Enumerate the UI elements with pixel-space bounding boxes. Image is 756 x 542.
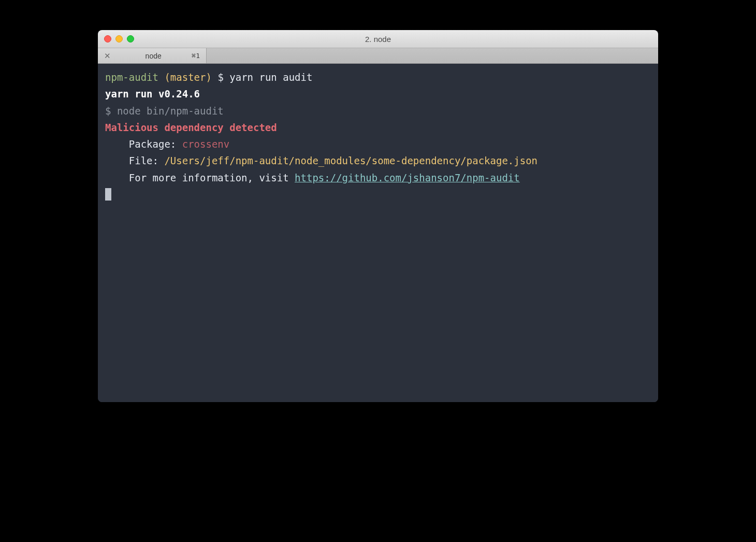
titlebar[interactable]: 2. node — [98, 30, 658, 48]
tab-shortcut: ⌘1 — [192, 52, 200, 60]
file-label: File: — [129, 155, 165, 166]
tab-label: node — [115, 52, 192, 60]
package-label: Package: — [129, 138, 182, 150]
info-url-link[interactable]: https://github.com/jshanson7/npm-audit — [295, 172, 520, 183]
sub-command: node bin/npm-audit — [117, 105, 224, 117]
alert-heading: Malicious dependency detected — [105, 122, 277, 133]
terminal-body[interactable]: npm-audit (master) $ yarn run audit yarn… — [98, 64, 658, 402]
minimize-window-button[interactable] — [115, 35, 123, 42]
window-title: 2. node — [98, 35, 658, 44]
tab-close-icon[interactable]: ✕ — [104, 52, 111, 60]
prompt-branch: (master) — [164, 72, 212, 83]
command-text: yarn run audit — [229, 72, 312, 83]
indent — [105, 138, 129, 150]
prompt-repo: npm-audit — [105, 72, 158, 83]
close-window-button[interactable] — [104, 35, 111, 42]
package-name: crossenv — [182, 138, 230, 150]
indent — [105, 172, 129, 183]
info-label: For more information, visit — [129, 172, 295, 183]
maximize-window-button[interactable] — [127, 35, 134, 42]
tabbar: ✕ node ⌘1 — [98, 48, 658, 64]
file-path: /Users/jeff/npm-audit/node_modules/some-… — [164, 155, 537, 166]
yarn-version-line: yarn run v0.24.6 — [105, 88, 200, 99]
terminal-window: 2. node ✕ node ⌘1 npm-audit (master) $ y… — [98, 30, 658, 402]
indent — [105, 155, 129, 166]
tab-node[interactable]: ✕ node ⌘1 — [98, 48, 207, 63]
traffic-lights — [104, 35, 134, 42]
sub-prompt: $ — [105, 105, 111, 117]
prompt-symbol: $ — [217, 72, 223, 83]
terminal-cursor — [105, 188, 111, 201]
